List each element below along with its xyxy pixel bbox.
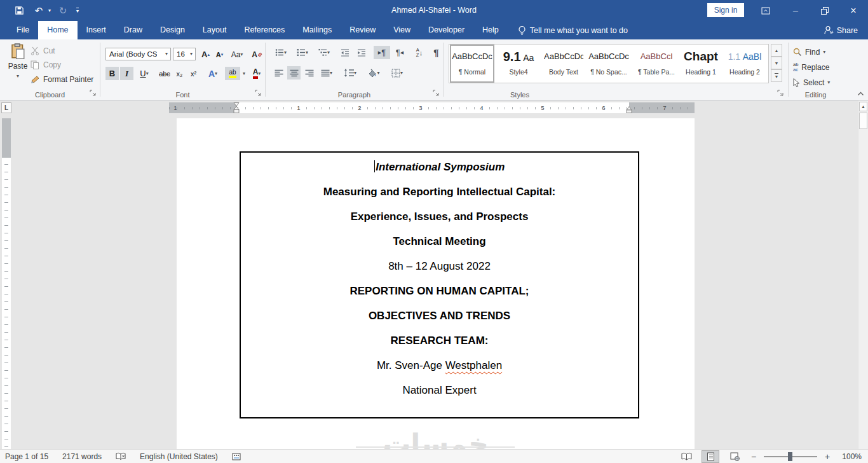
- doc-line[interactable]: Mr. Sven-Age Westphalen: [241, 353, 638, 378]
- word-count[interactable]: 2171 words: [62, 452, 102, 461]
- text-cursor: [374, 160, 376, 172]
- tab-draw[interactable]: Draw: [115, 21, 151, 39]
- style-table-paragraph[interactable]: AaBbCcl ¶ Table Pa...: [634, 46, 679, 81]
- style-normal[interactable]: AaBbCcDc ¶ Normal: [451, 46, 493, 81]
- vertical-scrollbar[interactable]: ▲: [858, 100, 868, 449]
- styles-scroll-up-button[interactable]: ▲: [771, 44, 782, 57]
- print-layout-button[interactable]: [702, 450, 719, 463]
- ribbon: Paste ▾ Cut Copy Format Painter Clipboar…: [0, 39, 868, 100]
- read-mode-icon: [681, 452, 692, 460]
- tab-home[interactable]: Home: [38, 21, 77, 39]
- tab-stop-selector[interactable]: L: [1, 102, 11, 113]
- select-label: Select: [803, 78, 824, 87]
- select-button[interactable]: Select ▾: [793, 76, 830, 89]
- sign-in-button[interactable]: Sign in: [707, 3, 744, 17]
- zoom-slider-thumb[interactable]: [788, 452, 792, 461]
- zoom-out-button[interactable]: −: [750, 452, 757, 462]
- vertical-ruler[interactable]: [2, 118, 11, 449]
- horizontal-ruler[interactable]: 1 1 2 3 4 5 6 7: [169, 102, 695, 113]
- replace-label: Replace: [801, 63, 829, 72]
- document-page[interactable]: International Symposium Measuring and Re…: [177, 118, 695, 449]
- doc-line[interactable]: National Expert: [241, 378, 638, 403]
- tell-me-label: Tell me what you want to do: [530, 26, 628, 35]
- web-layout-button[interactable]: [726, 450, 743, 463]
- ribbon-tab-bar: File Home Insert Draw Design Layout Refe…: [0, 21, 868, 39]
- collapse-ribbon-button[interactable]: [857, 89, 864, 98]
- ruler-number: 4: [480, 102, 483, 113]
- tab-file[interactable]: File: [8, 21, 38, 39]
- minimize-button[interactable]: ─: [781, 0, 810, 21]
- scroll-up-icon: ▲: [861, 104, 865, 109]
- tab-mailings[interactable]: Mailings: [294, 21, 341, 39]
- chevron-down-icon: ▾: [827, 80, 830, 85]
- proofing-errors-button[interactable]: [116, 452, 126, 460]
- web-layout-icon: [730, 452, 740, 461]
- doc-line[interactable]: International Symposium: [241, 155, 638, 179]
- zoom-slider[interactable]: [764, 452, 817, 461]
- doc-line[interactable]: OBJECTIVES AND TRENDS: [241, 303, 638, 328]
- scroll-down-icon: ▼: [775, 61, 779, 66]
- chevron-down-icon: ▾: [823, 50, 825, 55]
- doc-line[interactable]: Measuring and Reporting Intellectual Cap…: [241, 179, 638, 204]
- tab-layout[interactable]: Layout: [194, 21, 236, 39]
- tab-help[interactable]: Help: [473, 21, 508, 39]
- styles-group-label: Styles: [444, 91, 596, 99]
- chevron-up-icon: [857, 91, 864, 96]
- scrollbar-thumb[interactable]: [859, 113, 867, 129]
- styles-scroll-down-button[interactable]: ▼: [771, 57, 782, 69]
- doc-line[interactable]: REPORTING ON HUMAN CAPITAL;: [241, 279, 638, 303]
- close-button[interactable]: ×: [839, 0, 868, 21]
- styles-gallery: AaBbCcDc ¶ Normal 9.1 Aa Style4 AaBbCcDc…: [449, 44, 769, 83]
- editing-group: Find ▾ abac Replace Select ▾ Editing: [789, 39, 868, 100]
- ruler-number: 2: [358, 102, 361, 113]
- tab-references[interactable]: References: [235, 21, 294, 39]
- search-icon: [793, 48, 802, 57]
- doc-line[interactable]: RESEARCH TEAM:: [241, 328, 638, 353]
- word-application-window: ↶ ▾ ↻ ▾ Ahmed Al-Shafei - Word Sign in ─…: [0, 0, 868, 463]
- restore-button[interactable]: [810, 0, 839, 21]
- language-indicator[interactable]: English (United States): [140, 452, 218, 461]
- style-style4[interactable]: 9.1 Aa Style4: [496, 46, 541, 81]
- tab-design[interactable]: Design: [151, 21, 194, 39]
- doc-line[interactable]: Technical Meeting: [241, 229, 638, 254]
- more-styles-icon: ▼: [775, 73, 779, 79]
- macro-recording-button[interactable]: [232, 453, 241, 460]
- ribbon-display-options-button[interactable]: [757, 0, 774, 21]
- zoom-in-button[interactable]: +: [824, 452, 831, 462]
- macro-icon: [232, 453, 241, 460]
- dialog-launcher-icon: [777, 90, 784, 97]
- tell-me-box[interactable]: Tell me what you want to do: [518, 21, 628, 39]
- indent-marker-right[interactable]: [626, 106, 632, 113]
- document-text-box[interactable]: International Symposium Measuring and Re…: [240, 151, 639, 418]
- tab-insert[interactable]: Insert: [78, 21, 115, 39]
- ruler-number: 1: [173, 102, 177, 113]
- read-mode-button[interactable]: [677, 450, 695, 463]
- restore-icon: [821, 7, 829, 15]
- print-layout-icon: [707, 452, 715, 461]
- style-heading-2[interactable]: 1.1 AaBl Heading 2: [723, 46, 766, 81]
- doc-line[interactable]: 8th – 12 August 2022: [241, 254, 638, 279]
- tab-developer[interactable]: Developer: [419, 21, 473, 39]
- replace-icon: abac: [793, 62, 798, 72]
- style-no-spacing[interactable]: AaBbCcDc ¶ No Spac...: [586, 46, 632, 81]
- styles-group: AaBbCcDc ¶ Normal 9.1 Aa Style4 AaBbCcDc…: [0, 39, 868, 100]
- tab-stop-icon: L: [4, 104, 8, 111]
- indent-marker-left[interactable]: [233, 102, 240, 113]
- doc-line[interactable]: Experience, Issues, and Prospects: [241, 204, 638, 229]
- proofing-book-icon: [116, 452, 126, 460]
- minimize-icon: ─: [793, 7, 798, 15]
- scroll-up-button[interactable]: ▲: [859, 102, 867, 111]
- tab-review[interactable]: Review: [341, 21, 384, 39]
- khamsat-watermark: خمسات: [177, 427, 695, 449]
- styles-more-button[interactable]: ▼: [771, 69, 782, 82]
- find-button[interactable]: Find ▾: [793, 45, 825, 59]
- style-heading-1[interactable]: Chapt Heading 1: [681, 46, 721, 81]
- tab-view[interactable]: View: [384, 21, 419, 39]
- share-button[interactable]: Share: [824, 21, 858, 39]
- styles-dialog-launcher[interactable]: [777, 90, 784, 97]
- replace-button[interactable]: abac Replace: [793, 60, 829, 74]
- page-indicator[interactable]: Page 1 of 15: [5, 452, 48, 461]
- ribbon-display-options-icon: [761, 7, 770, 15]
- zoom-level[interactable]: 100%: [837, 452, 862, 461]
- style-body-text[interactable]: AaBbCcDc Body Text: [544, 46, 583, 81]
